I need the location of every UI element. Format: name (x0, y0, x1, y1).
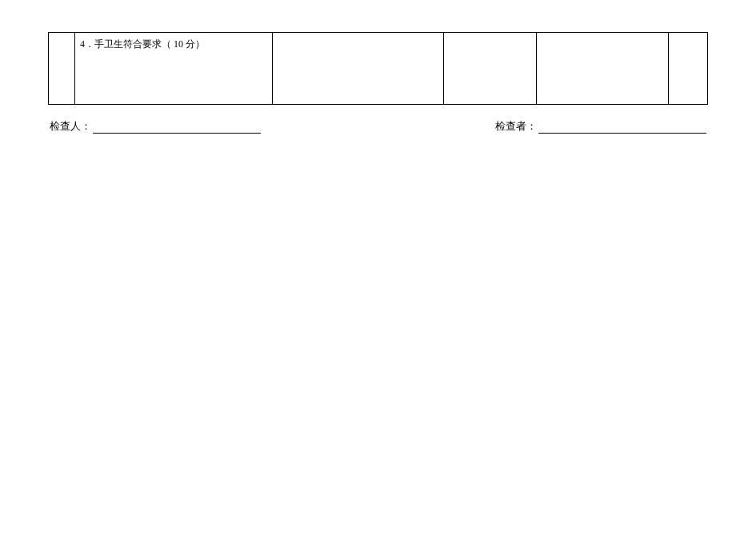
cell-empty-2 (444, 33, 536, 105)
cell-empty-1 (273, 33, 444, 105)
document-page: 4．手卫生符合要求（ 10 分） 检查人： 检查者： (0, 0, 756, 150)
cell-category (49, 33, 75, 105)
signature-left: 检查人： (50, 119, 261, 134)
cell-empty-3 (536, 33, 668, 105)
signature-left-label: 检查人： (50, 119, 91, 134)
evaluation-table: 4．手卫生符合要求（ 10 分） (48, 32, 708, 105)
signature-right: 检查者： (495, 119, 706, 134)
cell-empty-4 (668, 33, 707, 105)
signature-left-line[interactable] (93, 122, 261, 134)
cell-item: 4．手卫生符合要求（ 10 分） (74, 33, 272, 105)
signature-right-line[interactable] (538, 122, 706, 134)
cell-item-text: 4．手卫生符合要求（ 10 分） (80, 38, 205, 50)
signature-row: 检查人： 检查者： (48, 119, 708, 134)
table-row: 4．手卫生符合要求（ 10 分） (49, 33, 708, 105)
signature-right-label: 检查者： (495, 119, 537, 134)
